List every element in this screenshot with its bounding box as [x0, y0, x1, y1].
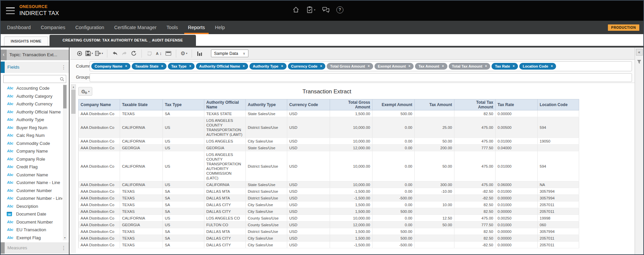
nav-item-dashboard[interactable]: Dashboard: [2, 21, 36, 34]
table-cell: County Sales/Use: [246, 215, 287, 222]
nav-item-reports[interactable]: Reports: [183, 21, 210, 34]
field-item[interactable]: 30Document Date: [1, 210, 62, 218]
refresh-button[interactable]: [129, 49, 138, 58]
column-header[interactable]: Total Tax Amount: [454, 99, 496, 110]
column-header[interactable]: Authority Official Name: [204, 99, 246, 110]
scrollbar-thumb[interactable]: [71, 90, 76, 114]
column-pill[interactable]: Exempt Amount×: [374, 63, 414, 70]
field-item[interactable]: AbcCompany Role: [1, 155, 62, 163]
column-pill[interactable]: Company Name×: [91, 63, 130, 70]
nav-item-certificate-manager[interactable]: Certificate Manager: [109, 21, 162, 34]
scroll-up-icon[interactable]: ▴: [71, 84, 76, 89]
pill-remove-icon[interactable]: ×: [513, 65, 515, 68]
pill-remove-icon[interactable]: ×: [485, 65, 487, 68]
sidebar-collapse-icon[interactable]: ‹: [1, 50, 7, 60]
field-item[interactable]: AbcCustomer Name: [1, 171, 62, 179]
column-header[interactable]: Tax Rate: [496, 99, 538, 110]
column-pill[interactable]: Location Code×: [519, 63, 556, 70]
export-button[interactable]: ▾: [94, 49, 104, 58]
column-header[interactable]: Total Gross Amount: [330, 99, 372, 110]
save-button[interactable]: ▾: [84, 49, 94, 58]
column-header[interactable]: Authority Type: [246, 99, 287, 110]
column-header[interactable]: Taxable State: [120, 99, 163, 110]
field-item[interactable]: AbcCredit Flag: [1, 163, 62, 171]
redo-button[interactable]: [120, 49, 129, 58]
fields-menu-icon[interactable]: ⋮: [61, 62, 66, 73]
column-pill[interactable]: Authority Official Name×: [196, 63, 248, 70]
tab-active-report[interactable]: CREATING CUSTOM: TAX AUTHORITY DETAIL _ …: [49, 35, 196, 46]
scrollbar-thumb[interactable]: [63, 85, 67, 108]
view-report-button[interactable]: [75, 49, 84, 58]
pill-remove-icon[interactable]: ×: [409, 65, 411, 68]
column-header[interactable]: Location Code: [538, 99, 579, 110]
fields-search-input[interactable]: [4, 76, 60, 82]
pill-remove-icon[interactable]: ×: [161, 65, 163, 68]
field-item[interactable]: AbcCommodity Code: [1, 140, 62, 148]
field-item[interactable]: AbcAuthority Type: [1, 116, 62, 124]
column-header[interactable]: Company Name: [79, 99, 120, 110]
fields-section-header[interactable]: Fields ⋮: [1, 62, 69, 73]
apply-changes-button[interactable]: [145, 49, 154, 58]
field-item[interactable]: AbcAuthority Currency: [1, 100, 62, 108]
field-item[interactable]: AbcAccounting Code: [1, 84, 62, 92]
measures-menu-icon[interactable]: ⋮: [61, 242, 66, 254]
column-pill[interactable]: Tax Rate×: [492, 63, 518, 70]
hamburger-menu-icon[interactable]: [6, 7, 15, 14]
home-icon[interactable]: [292, 6, 300, 13]
help-icon[interactable]: ?: [336, 6, 343, 13]
canvas-scrollbar[interactable]: ▴: [71, 84, 76, 253]
column-header[interactable]: Exempt Amount: [372, 99, 415, 110]
chart-button[interactable]: [195, 49, 204, 58]
pill-remove-icon[interactable]: ×: [243, 65, 245, 68]
chat-icon[interactable]: [322, 6, 330, 13]
column-pill[interactable]: Authority Type×: [249, 63, 287, 70]
column-pill[interactable]: Total Gross Amount×: [327, 63, 373, 70]
scroll-down-icon[interactable]: ▾: [63, 236, 67, 240]
pill-remove-icon[interactable]: ×: [189, 65, 191, 68]
nav-item-help[interactable]: Help: [210, 21, 230, 34]
sort-button[interactable]: A↕: [154, 49, 164, 58]
column-pill[interactable]: Tax Type×: [168, 63, 195, 70]
nav-item-companies[interactable]: Companies: [36, 21, 70, 34]
column-pill[interactable]: Taxable State×: [132, 63, 167, 70]
field-item[interactable]: AbcDocument Number: [1, 218, 62, 226]
layout-panel-button[interactable]: [164, 49, 173, 58]
field-item[interactable]: AbcCustomer Number: [1, 187, 62, 195]
column-header[interactable]: Tax Type: [163, 99, 204, 110]
column-pill[interactable]: Total Tax Amount×: [449, 63, 491, 70]
column-header[interactable]: Tax Amount: [415, 99, 454, 110]
field-item[interactable]: AbcDescription: [1, 202, 62, 210]
expand-panel-icon[interactable]: «: [636, 49, 643, 56]
fields-scrollbar[interactable]: ▾: [63, 84, 67, 240]
field-item[interactable]: AbcAuthority Category: [1, 92, 62, 100]
dataset-selector[interactable]: Sample Data ∨: [211, 50, 248, 57]
pill-remove-icon[interactable]: ×: [125, 65, 127, 68]
field-item[interactable]: AbcExempt Flag: [1, 234, 62, 241]
field-item[interactable]: AbcBuyer Reg Num: [1, 124, 62, 132]
column-header[interactable]: Currency Code: [287, 99, 330, 110]
field-item[interactable]: AbcCalc Reg Num: [1, 132, 62, 140]
tab-insights-home[interactable]: INSIGHTS HOME: [4, 36, 48, 46]
measures-section-header[interactable]: Measures ⋮: [1, 242, 69, 254]
filter-funnel-icon[interactable]: [637, 60, 642, 64]
field-item[interactable]: AbcAuthority Official Name: [1, 108, 62, 116]
pill-remove-icon[interactable]: ×: [442, 65, 444, 68]
tasks-clipboard-icon[interactable]: ▾: [306, 6, 315, 13]
nav-item-configuration[interactable]: Configuration: [70, 21, 109, 34]
field-item[interactable]: AbcCustomer Number - Line: [1, 194, 62, 202]
table-cell: SA: [163, 201, 204, 208]
column-pill[interactable]: Tax Amount×: [415, 63, 447, 70]
pill-remove-icon[interactable]: ×: [281, 65, 283, 68]
pill-remove-icon[interactable]: ×: [551, 65, 553, 68]
pill-remove-icon[interactable]: ×: [368, 65, 370, 68]
columns-pill-box[interactable]: Company Name×Taxable State×Tax Type×Auth…: [90, 61, 632, 71]
field-item[interactable]: AbcEU Transaction: [1, 226, 62, 234]
column-pill[interactable]: Currency Code×: [288, 63, 326, 70]
nav-item-tools[interactable]: Tools: [162, 21, 183, 34]
field-item[interactable]: AbcCustomer Name - Line: [1, 179, 62, 187]
field-item[interactable]: AbcCompany Name: [1, 147, 62, 155]
groups-drop-zone[interactable]: [90, 73, 632, 82]
pill-remove-icon[interactable]: ×: [320, 65, 322, 68]
settings-button[interactable]: ⚙ ▾: [179, 49, 189, 58]
undo-button[interactable]: [110, 49, 120, 58]
